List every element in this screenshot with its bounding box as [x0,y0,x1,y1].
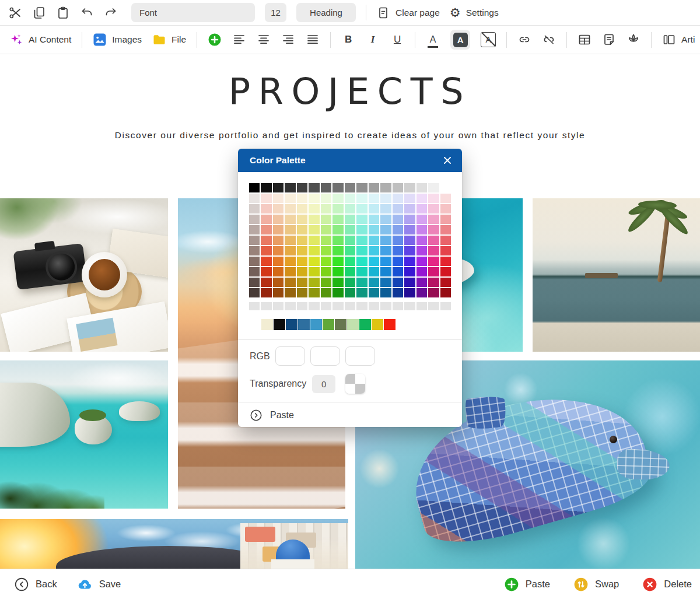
palette-swatch[interactable] [321,246,331,255]
paste-element-button[interactable]: Paste [504,577,550,592]
palette-swatch[interactable] [404,194,415,203]
bold-button[interactable]: B [341,34,355,45]
palette-swatch[interactable] [309,246,319,255]
palette-swatch[interactable] [428,194,439,203]
font-family-select[interactable]: Font [131,3,255,22]
palette-swatch[interactable] [440,215,451,224]
palette-swatch[interactable] [321,278,331,287]
palette-swatch[interactable] [440,183,451,192]
palette-swatch[interactable] [273,225,284,234]
palette-swatch[interactable] [297,183,307,192]
palette-swatch[interactable] [380,246,391,255]
palette-swatch[interactable] [249,204,260,213]
palette-swatch[interactable] [310,319,322,330]
palette-swatch[interactable] [380,278,391,287]
palette-swatch[interactable] [380,236,391,245]
palette-swatch[interactable] [428,215,439,224]
photo-santorini-sunset[interactable] [0,519,348,569]
palette-swatch[interactable] [380,267,391,276]
palette-swatch[interactable] [393,236,403,245]
palette-swatch[interactable] [335,319,346,330]
palette-swatch[interactable] [404,267,415,276]
add-button[interactable] [208,33,222,47]
palette-swatch[interactable] [440,288,451,297]
palette-swatch[interactable] [416,236,427,245]
palette-swatch[interactable] [345,194,355,203]
align-right-button[interactable] [281,33,295,47]
palette-swatch[interactable] [384,319,396,330]
palette-swatch[interactable] [393,246,403,255]
palette-swatch[interactable] [249,236,260,245]
palette-swatch[interactable] [416,225,427,234]
ai-content-button[interactable]: AI Content [9,33,71,47]
palette-swatch[interactable] [286,319,298,330]
palette-swatch[interactable] [285,236,295,245]
palette-swatch[interactable] [285,278,295,287]
palette-swatch[interactable] [261,319,273,330]
palette-swatch[interactable] [321,267,331,276]
palette-swatch[interactable] [297,194,307,203]
palette-swatch[interactable] [261,278,271,287]
palette-swatch[interactable] [249,257,260,266]
palette-swatch[interactable] [369,204,379,213]
palette-swatch[interactable] [273,257,284,266]
palette-swatch[interactable] [393,267,403,276]
palette-swatch[interactable] [321,257,331,266]
palette-swatch[interactable] [369,236,379,245]
palette-swatch[interactable] [380,288,391,297]
palette-swatch[interactable] [440,278,451,287]
palette-swatch[interactable] [404,215,415,224]
palette-swatch[interactable] [380,204,391,213]
palette-swatch[interactable] [249,194,260,203]
palette-swatch[interactable] [393,288,403,297]
palette-swatch[interactable] [356,194,367,203]
palette-swatch[interactable] [332,288,343,297]
palette-swatch[interactable] [356,225,367,234]
palette-swatch[interactable] [356,215,367,224]
transparency-input[interactable]: 0 [312,375,335,393]
palette-swatch[interactable] [393,257,403,266]
palette-swatch[interactable] [321,225,331,234]
palette-swatch[interactable] [356,257,367,266]
palette-swatch[interactable] [404,278,415,287]
palette-swatch[interactable] [356,278,367,287]
palette-swatch[interactable] [416,204,427,213]
palette-swatch[interactable] [347,319,359,330]
palette-swatch[interactable] [297,288,307,297]
palette-swatch[interactable] [369,302,379,310]
palette-swatch[interactable] [356,204,367,213]
palette-swatch[interactable] [261,236,271,245]
palette-swatch[interactable] [297,236,307,245]
palette-swatch[interactable] [380,194,391,203]
palette-swatch[interactable] [393,278,403,287]
palette-swatch[interactable] [285,215,295,224]
palette-swatch[interactable] [416,278,427,287]
underline-button[interactable]: U [390,34,404,45]
palette-swatch[interactable] [273,194,284,203]
palette-swatch[interactable] [297,257,307,266]
font-size-select[interactable]: 12 [265,3,286,22]
palette-swatch[interactable] [404,246,415,255]
palette-swatch[interactable] [321,215,331,224]
palette-swatch[interactable] [416,183,427,192]
palette-swatch[interactable] [380,225,391,234]
redo-button[interactable] [104,6,118,20]
palette-swatch[interactable] [261,302,271,310]
undo-button[interactable] [80,6,94,20]
palette-swatch[interactable] [309,257,319,266]
palette-swatch[interactable] [285,302,295,310]
align-left-button[interactable] [232,33,246,47]
palette-swatch[interactable] [285,225,295,234]
palette-swatch[interactable] [332,225,343,234]
palette-swatch[interactable] [428,236,439,245]
palette-swatch[interactable] [428,183,439,192]
palette-swatch[interactable] [297,302,307,310]
align-justify-button[interactable] [306,33,320,47]
palette-swatch[interactable] [249,278,260,287]
palette-swatch[interactable] [356,246,367,255]
rgb-blue-input[interactable] [345,346,375,366]
palette-swatch[interactable] [309,302,319,310]
palette-swatch[interactable] [416,288,427,297]
copy-button[interactable] [32,6,46,20]
palette-swatch[interactable] [309,183,319,192]
